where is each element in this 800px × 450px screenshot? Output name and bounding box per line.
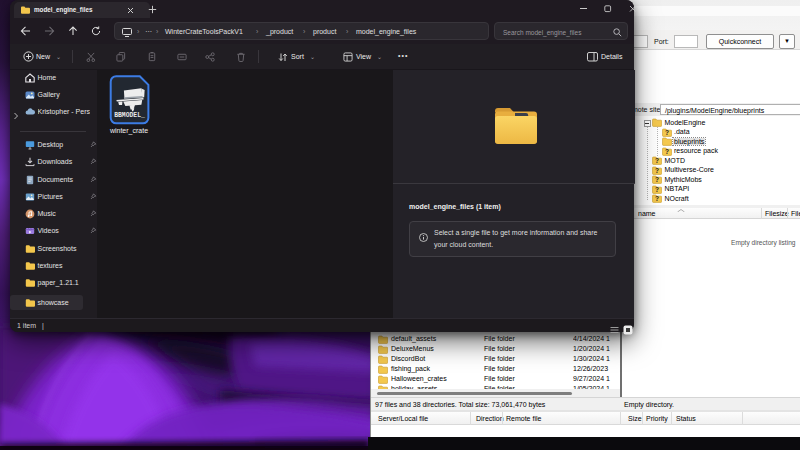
svg-text:?: ? — [655, 195, 659, 202]
svg-text:?: ? — [655, 176, 659, 183]
svg-text:?: ? — [665, 129, 669, 136]
svg-text:BBMODEL_: BBMODEL_ — [114, 112, 145, 119]
svg-text:?: ? — [665, 148, 669, 155]
svg-text:?: ? — [655, 157, 659, 164]
svg-text:?: ? — [655, 186, 659, 193]
svg-text:?: ? — [655, 167, 659, 174]
